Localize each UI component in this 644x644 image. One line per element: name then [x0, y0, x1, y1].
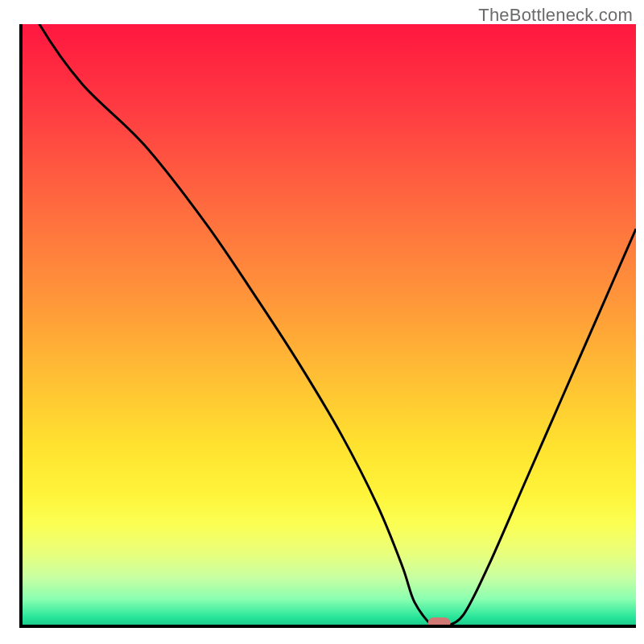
chart-svg	[0, 0, 644, 644]
bottleneck-chart: TheBottleneck.com	[0, 0, 644, 644]
watermark-text: TheBottleneck.com	[478, 5, 633, 26]
plot-area	[21, 0, 636, 629]
